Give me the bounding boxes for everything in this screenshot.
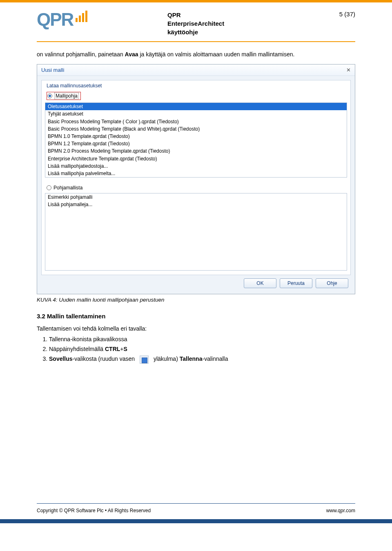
list-item[interactable]: Basic Process Modeling Template (Black a…	[45, 125, 347, 133]
li1-text: Tallenna-ikonista pikavalikossa	[49, 336, 127, 342]
dialog-title: Uusi malli	[41, 67, 64, 73]
help-button[interactable]: Ohje	[316, 278, 348, 288]
doc-title-3: käyttöohje	[167, 28, 314, 36]
dialog-button-row: OK Peruuta Ohje	[41, 275, 351, 290]
list-item-1: Tallenna-ikonista pikavalikossa	[49, 335, 355, 344]
logo-bars-icon	[76, 11, 87, 22]
save-icon	[140, 355, 149, 364]
list-item[interactable]: Lisää mallipohjatiedostoja...	[45, 162, 347, 170]
list-item[interactable]: Lisää pohjamalleja...	[45, 201, 347, 208]
intro-paragraph: on valinnut pohjamallin, painetaan Avaa …	[37, 50, 355, 58]
list-item[interactable]: BPMN 2.0 Process Modeling Template.qprda…	[45, 147, 347, 155]
logo-text: QPR	[37, 11, 73, 29]
intro-bold: Avaa	[125, 51, 138, 58]
dialog-body: Lataa mallinnusasetukset Mallipohja Olet…	[37, 76, 355, 294]
list-item[interactable]: Enterprise Architecture Template.qprdat …	[45, 155, 347, 162]
li3-tail: -valinnalla	[202, 355, 228, 362]
li3-sovellus: Sovellus	[49, 355, 73, 362]
dialog-titlebar: Uusi malli ✕	[37, 64, 355, 76]
footer-copyright: Copyright © QPR Software Plc • All Right…	[37, 508, 151, 513]
list-item[interactable]: BPMN 1.0 Template.qprdat (Tiedosto)	[45, 133, 347, 140]
radio-pohjamallista-label: Pohjamallista	[53, 185, 82, 191]
page-number: 5 (37)	[314, 11, 355, 36]
groupbox-title: Lataa mallinnusasetukset	[47, 83, 347, 89]
li2-ctrl: CTRL	[105, 346, 120, 352]
intro-post: ja käyttäjä on valmis aloittamaan uuden …	[138, 51, 295, 58]
footer-url: www.qpr.com	[326, 508, 355, 513]
li3-mid1: -valikosta (ruudun vasen	[73, 355, 135, 362]
li2-s: S	[123, 346, 127, 352]
list-item[interactable]: Lisää mallipohjia palvelimelta...	[45, 170, 347, 177]
doc-title-2: EnterpriseArchitect	[167, 19, 314, 28]
list-item[interactable]: Tyhjät asetukset	[45, 110, 347, 118]
listbox-templates[interactable]: Oletusasetukset Tyhjät asetukset Basic P…	[45, 102, 347, 178]
list-item-2: Näppäinyhdistelmällä CTRL+S	[49, 345, 355, 353]
section-intro: Tallentamisen voi tehdä kolmella eri tav…	[37, 324, 355, 333]
section-heading: 3.2 Mallin tallentaminen	[37, 313, 355, 320]
close-icon[interactable]: ✕	[346, 67, 351, 73]
radio-icon	[47, 185, 51, 190]
page-footer: Copyright © QPR Software Plc • All Right…	[0, 508, 392, 519]
page-header: QPR QPR EnterpriseArchitect käyttöohje 5…	[0, 2, 392, 41]
list-item[interactable]: Oletusasetukset	[45, 103, 347, 110]
ok-button[interactable]: OK	[244, 278, 276, 288]
footer-separator	[37, 503, 355, 504]
header-title-block: QPR EnterpriseArchitect käyttöohje	[167, 11, 314, 36]
cancel-button[interactable]: Peruuta	[280, 278, 312, 288]
listbox-basemodels[interactable]: Esimerkki pohjamalli Lisää pohjamalleja.…	[45, 193, 347, 271]
page-content: on valinnut pohjamallin, painetaan Avaa …	[0, 42, 392, 503]
radio-icon	[47, 93, 52, 98]
save-methods-list: Tallenna-ikonista pikavalikossa Näppäiny…	[40, 335, 355, 363]
dialog-new-model: Uusi malli ✕ Lataa mallinnusasetukset Ma…	[37, 64, 355, 294]
bottom-accent-bar	[0, 519, 392, 523]
li2-pre: Näppäinyhdistelmällä	[49, 346, 105, 352]
groupbox-load-settings: Lataa mallinnusasetukset Mallipohja Olet…	[41, 80, 351, 275]
list-item[interactable]: Basic Process Modeling Template ( Color …	[45, 118, 347, 125]
radio-pohjamallista[interactable]: Pohjamallista	[47, 185, 347, 191]
list-item-3: Sovellus-valikosta (ruudun vasen yläkulm…	[49, 355, 355, 363]
logo: QPR	[37, 11, 167, 36]
radio-mallipohja[interactable]: Mallipohja	[47, 92, 81, 100]
doc-title-1: QPR	[167, 11, 314, 19]
list-item[interactable]: BPMN 1.2 Template.qprdat (Tiedosto)	[45, 140, 347, 147]
intro-pre: on valinnut pohjamallin, painetaan	[37, 51, 125, 58]
li3-mid2: yläkulma)	[154, 355, 180, 362]
figure-caption: KUVA 4: Uuden mallin luonti mallipohjaan…	[37, 297, 355, 303]
li3-tallenna: Tallenna	[180, 355, 203, 362]
list-item[interactable]: Esimerkki pohjamalli	[45, 193, 347, 201]
radio-mallipohja-label: Mallipohja	[54, 93, 79, 99]
